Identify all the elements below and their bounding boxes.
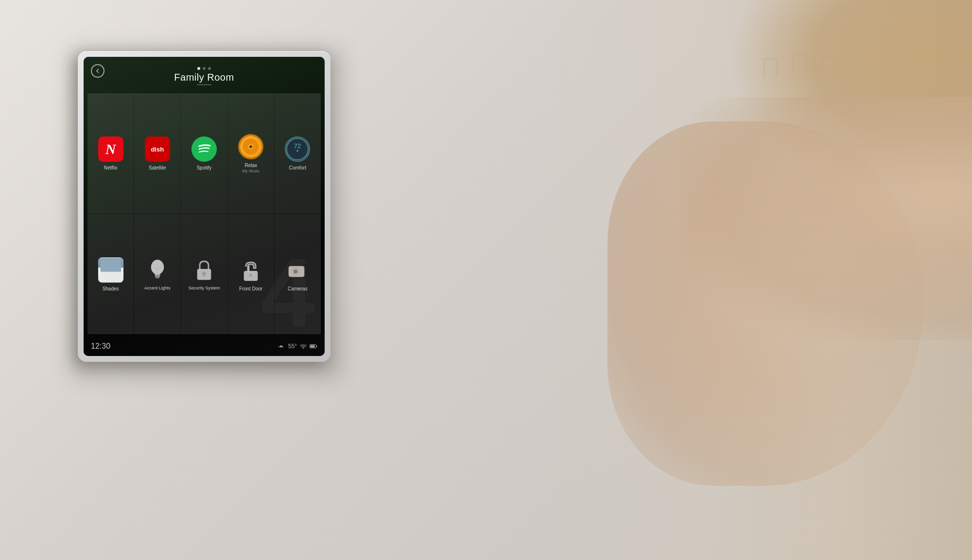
shades-icon xyxy=(98,257,123,283)
tablet-frame: 4 Family Room xyxy=(78,51,330,362)
app-relax[interactable]: Relax My Music xyxy=(228,93,274,214)
svg-point-22 xyxy=(294,270,297,273)
comfort-label: Comfort xyxy=(289,165,307,171)
dish-text: dish xyxy=(151,146,164,153)
svg-rect-23 xyxy=(299,268,304,271)
person-face xyxy=(680,97,972,340)
status-icons: 55° xyxy=(278,343,317,350)
spotify-label: Spotify xyxy=(197,165,212,171)
bulb-icon xyxy=(145,257,170,283)
time-display: 12:30 xyxy=(91,342,110,351)
status-bar: 12:30 55° xyxy=(84,337,325,356)
svg-rect-10 xyxy=(100,272,121,280)
svg-point-19 xyxy=(249,274,252,277)
app-comfort[interactable]: 72 Comfort xyxy=(275,93,321,214)
dish-icon: dish xyxy=(145,136,170,162)
cameras-label: Cameras xyxy=(288,286,308,292)
netflix-icon: N xyxy=(98,136,123,162)
spotify-icon xyxy=(191,136,217,162)
camera-icon xyxy=(285,257,310,283)
battery-icon xyxy=(310,344,317,349)
page-dots xyxy=(197,67,211,70)
room-title: Family Room xyxy=(174,72,234,83)
app-shades[interactable]: Shades xyxy=(87,214,134,335)
svg-point-8 xyxy=(297,150,299,152)
comfort-icon: 72 xyxy=(285,136,310,162)
screen-header: Family Room xyxy=(84,57,325,91)
title-underline xyxy=(197,85,211,85)
comfort-svg: 72 xyxy=(286,137,309,161)
camera-svg xyxy=(285,257,310,283)
app-accent-lights[interactable]: Accent Lights xyxy=(134,214,180,335)
relax-sublabel: My Music xyxy=(242,169,260,173)
front-door-label: Front Door xyxy=(239,286,262,292)
svg-rect-9 xyxy=(100,260,121,272)
app-netflix[interactable]: N Netflix xyxy=(87,93,134,214)
relax-label: Relax xyxy=(242,162,260,169)
wifi-icon xyxy=(300,343,307,349)
temperature-display: 55° xyxy=(288,343,297,350)
app-satellite[interactable]: dish Satellite xyxy=(134,93,180,214)
shades-label: Shades xyxy=(103,286,119,292)
netflix-label: Netflix xyxy=(104,165,118,171)
relax-svg xyxy=(239,135,262,158)
satellite-label: Satellite xyxy=(149,165,166,171)
svg-rect-12 xyxy=(155,273,160,276)
svg-rect-17 xyxy=(203,274,205,277)
app-security-system[interactable]: Security System xyxy=(181,214,227,335)
app-front-door[interactable]: Front Door xyxy=(228,214,274,335)
app-spotify[interactable]: Spotify xyxy=(181,93,227,214)
svg-point-0 xyxy=(191,136,217,162)
bulb-svg xyxy=(145,257,170,283)
screen-bezel: 4 Family Room xyxy=(84,57,325,356)
spotify-svg xyxy=(191,136,217,162)
weather-icon xyxy=(278,343,285,349)
app-grid: N Netflix dish Satellite xyxy=(87,93,321,334)
accent-lights-label: Accent Lights xyxy=(144,286,171,291)
app-cameras[interactable]: Cameras xyxy=(275,214,321,335)
lock-svg xyxy=(191,257,217,283)
back-button[interactable] xyxy=(91,64,104,78)
lock-icon xyxy=(191,257,217,283)
svg-text:72: 72 xyxy=(294,142,301,150)
shades-svg xyxy=(99,258,123,282)
svg-rect-27 xyxy=(316,346,317,347)
front-door-icon xyxy=(238,257,263,283)
netflix-letter: N xyxy=(105,141,116,157)
security-system-label: Security System xyxy=(188,286,220,291)
page-dot-2 xyxy=(203,67,206,70)
relax-icon xyxy=(238,134,263,159)
frontdoor-svg xyxy=(238,257,263,283)
svg-point-5 xyxy=(249,145,252,148)
svg-rect-26 xyxy=(311,345,315,348)
svg-rect-14 xyxy=(156,277,159,278)
page-dot-3 xyxy=(208,67,211,70)
tablet-screen[interactable]: 4 Family Room xyxy=(84,57,325,356)
svg-rect-13 xyxy=(155,276,160,277)
svg-point-11 xyxy=(151,260,164,274)
page-dot-1 xyxy=(197,67,200,70)
